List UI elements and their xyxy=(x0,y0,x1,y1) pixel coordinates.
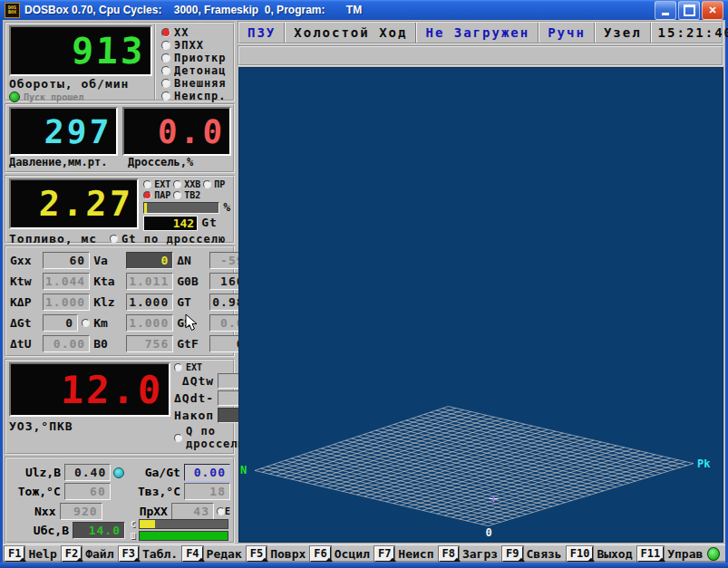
radio-dgt-icon[interactable] xyxy=(82,319,90,327)
fkey-f6[interactable]: F6 Осцил xyxy=(310,546,372,562)
icon-text-box: BOX xyxy=(8,10,16,14)
dosbox-app-icon: DOS BOX xyxy=(5,3,20,18)
bar-c-label: С xyxy=(131,520,137,529)
param-ktw-field[interactable]: 1.044 xyxy=(43,273,90,290)
prxx-label: ПрХХ xyxy=(124,505,171,518)
fkey-f7[interactable]: F7 Неисп xyxy=(374,546,436,562)
fkey-f11[interactable]: F11 Управ xyxy=(637,546,705,562)
tozh-field[interactable]: 60 xyxy=(64,483,111,500)
toolbar-strip xyxy=(238,45,723,66)
param-dtu-field[interactable]: 0.00 xyxy=(43,335,90,352)
tvz-field[interactable]: 18 xyxy=(184,483,230,500)
radio-tv2-icon[interactable] xyxy=(173,191,181,199)
radio-xxv-icon[interactable] xyxy=(173,180,181,188)
radio-vneshnyaya-icon xyxy=(161,79,170,88)
start-ok-label: Пуск прошел xyxy=(24,92,83,102)
mode-neispr[interactable]: Неиспр. xyxy=(161,90,233,102)
menu-pzu[interactable]: ПЗУ xyxy=(239,25,284,40)
menu-uzel[interactable]: Узел xyxy=(596,25,650,40)
ignition-section: 12.0 УОЗ,°ПКВ EXT ΔQtw 0.0 xyxy=(5,359,235,455)
mode-xx[interactable]: ХХ xyxy=(161,26,233,39)
bar-c xyxy=(139,519,228,529)
param-kta-field[interactable]: 1.011 xyxy=(126,273,173,290)
mode-priotkr[interactable]: Приоткр xyxy=(161,52,233,64)
param-gxx-field[interactable]: 60 xyxy=(43,252,90,269)
fkey-f4[interactable]: F4 Редак xyxy=(182,546,244,562)
misc-section: Ulz,В 0.40 Ga/Gt 0.00 Тож,°С 60 Твз,°С 1… xyxy=(5,457,235,544)
close-button[interactable]: ✕ xyxy=(702,1,723,20)
throttle-display: 0.0 xyxy=(122,107,231,156)
radio-par-icon[interactable] xyxy=(143,191,151,199)
titlebar: DOS BOX DOSBox 0.70, Cpu Cycles: 3000, F… xyxy=(0,0,728,20)
radio-priotkr-icon xyxy=(161,53,170,63)
bar-w xyxy=(139,531,228,541)
mode-detonac[interactable]: Детонац xyxy=(161,64,233,77)
gagt-label: Ga/Gt xyxy=(131,466,184,479)
gt-throttle-label: Gt по дросселю xyxy=(121,233,226,245)
param-kta: Kta 1.011 xyxy=(93,273,173,290)
param-kdp: KΔP 1.000 xyxy=(10,294,90,311)
rpm-value: 913 xyxy=(71,30,146,72)
radio-gt-throttle-icon[interactable] xyxy=(110,235,118,243)
fuel-value: 2.27 xyxy=(38,184,133,224)
radio-ext-icon[interactable] xyxy=(143,180,151,188)
app-content: 913 Обороты, об/мин Пуск прошел ХХ xyxy=(3,20,725,563)
fkey-f9[interactable]: F9 Связь xyxy=(502,546,564,562)
e-label: Е xyxy=(225,506,230,516)
param-km: Km 1.000 xyxy=(93,314,173,332)
bar-w-label: Ш xyxy=(131,532,137,541)
fkey-f5[interactable]: F5 Поврх xyxy=(247,546,308,562)
maximize-button[interactable] xyxy=(678,1,700,20)
ignition-label: УОЗ,°ПКВ xyxy=(9,419,170,433)
svg-text:0: 0 xyxy=(486,526,492,539)
fkey-f3[interactable]: F3 Табл. xyxy=(119,546,180,562)
display-panel: ПЗУ Холостой Ход Не Загружен Ручн Узел 1… xyxy=(237,20,725,544)
ubs-label: Uбс,В xyxy=(9,524,73,537)
param-klz: Klz 1.000 xyxy=(93,294,173,311)
prxx-field[interactable]: 43 xyxy=(171,503,214,520)
window-title: DOSBox 0.70, Cpu Cycles: 3000, Frameskip… xyxy=(24,4,362,16)
ulz-field[interactable]: 0.40 xyxy=(64,464,111,481)
rpm-display: 913 xyxy=(9,25,152,76)
nxx-label: Nxx xyxy=(9,505,60,518)
param-b0-field[interactable]: 756 xyxy=(126,335,173,352)
status-menubar: ПЗУ Холостой Ход Не Загружен Ручн Узел 1… xyxy=(238,21,723,44)
param-ktw: Ktw 1.044 xyxy=(10,273,90,290)
gagt-field[interactable]: 0.00 xyxy=(184,464,230,481)
menu-idle-mode[interactable]: Холостой Ход xyxy=(286,25,415,40)
ignition-display: 12.0 xyxy=(9,362,170,417)
pressure-section: 297 Давление,мм.рт. 0.0 Дроссель,% xyxy=(5,103,235,173)
mode-vneshnyaya[interactable]: Внешняя xyxy=(161,77,233,90)
wireframe-mesh: NPk0 xyxy=(239,68,723,542)
svg-text:Pk: Pk xyxy=(697,458,710,471)
radio-q-throttle-icon[interactable] xyxy=(174,434,182,442)
nxx-field[interactable]: 920 xyxy=(60,503,102,520)
link-status-led xyxy=(707,547,720,561)
radio-uoz-ext-icon[interactable] xyxy=(174,363,182,371)
menu-manual[interactable]: Ручн xyxy=(539,25,594,40)
status-bars: С Ш xyxy=(131,519,228,541)
param-kdp-field[interactable]: 1.000 xyxy=(43,294,90,311)
rpm-section: 913 Обороты, об/мин Пуск прошел ХХ xyxy=(5,22,235,101)
menu-not-loaded[interactable]: Не Загружен xyxy=(417,25,538,40)
gt-label: Gt xyxy=(201,216,218,229)
param-klz-field[interactable]: 1.000 xyxy=(126,294,173,311)
tozh-label: Тож,°С xyxy=(9,485,64,498)
param-dgt-field[interactable]: 0 xyxy=(43,314,78,332)
fkey-f2[interactable]: F2 Файл xyxy=(62,546,116,562)
mode-epxx[interactable]: ЭПХХ xyxy=(161,39,233,52)
fkey-f10[interactable]: F10 Выход xyxy=(567,546,635,562)
window-border-bottom xyxy=(0,563,728,568)
minimize-button[interactable] xyxy=(655,1,676,20)
bar-w-fill xyxy=(140,532,228,540)
radio-xx-icon xyxy=(161,28,170,37)
throttle-value: 0.0 xyxy=(157,113,225,150)
param-va-field[interactable]: 0 xyxy=(126,252,173,269)
radio-e-icon[interactable] xyxy=(217,507,225,515)
fkey-f8[interactable]: F8 Загрз xyxy=(439,546,500,562)
fkey-f1[interactable]: F1 Help xyxy=(5,546,59,562)
ulz-led xyxy=(113,467,124,478)
param-km-field[interactable]: 1.000 xyxy=(126,314,173,332)
radio-pr-icon[interactable] xyxy=(203,180,211,188)
svg-text:N: N xyxy=(240,464,247,477)
